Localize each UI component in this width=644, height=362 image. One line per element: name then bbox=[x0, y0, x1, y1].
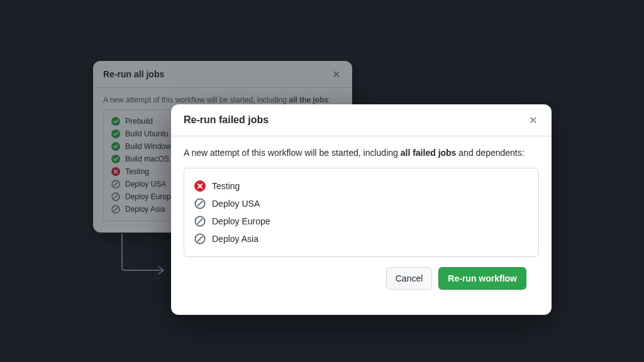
dialog-footer: Cancel Re-run workflow bbox=[184, 267, 539, 302]
desc-text: A new attempt of this workflow will be s… bbox=[184, 148, 401, 158]
job-row: Deploy Europe bbox=[194, 212, 528, 230]
rerun-workflow-button[interactable]: Re-run workflow bbox=[438, 267, 526, 290]
failed-icon bbox=[194, 180, 206, 192]
dialog-header: Re-run failed jobs bbox=[171, 104, 552, 136]
job-name: Deploy USA bbox=[212, 199, 260, 209]
job-row: Deploy Asia bbox=[194, 230, 528, 248]
rerun-failed-jobs-dialog: Re-run failed jobs A new attempt of this… bbox=[171, 104, 552, 315]
desc-bold: all failed jobs bbox=[401, 148, 457, 158]
job-row: Deploy USA bbox=[194, 195, 528, 212]
close-icon[interactable] bbox=[528, 114, 539, 126]
job-row: Testing bbox=[194, 177, 528, 195]
job-name: Testing bbox=[212, 181, 240, 191]
job-name: Deploy Europe bbox=[212, 216, 270, 226]
dialog-description: A new attempt of this workflow will be s… bbox=[184, 148, 539, 158]
connector-arrow bbox=[117, 233, 171, 277]
desc-text: and dependents: bbox=[456, 148, 524, 158]
skipped-icon bbox=[194, 233, 206, 244]
skipped-icon bbox=[194, 198, 206, 209]
dialog-title: Re-run failed jobs bbox=[184, 114, 269, 126]
skipped-icon bbox=[194, 216, 206, 227]
jobs-list: Testing Deploy USA Deploy Europe Deploy … bbox=[184, 168, 539, 257]
cancel-button[interactable]: Cancel bbox=[386, 267, 433, 290]
job-name: Deploy Asia bbox=[212, 234, 258, 244]
